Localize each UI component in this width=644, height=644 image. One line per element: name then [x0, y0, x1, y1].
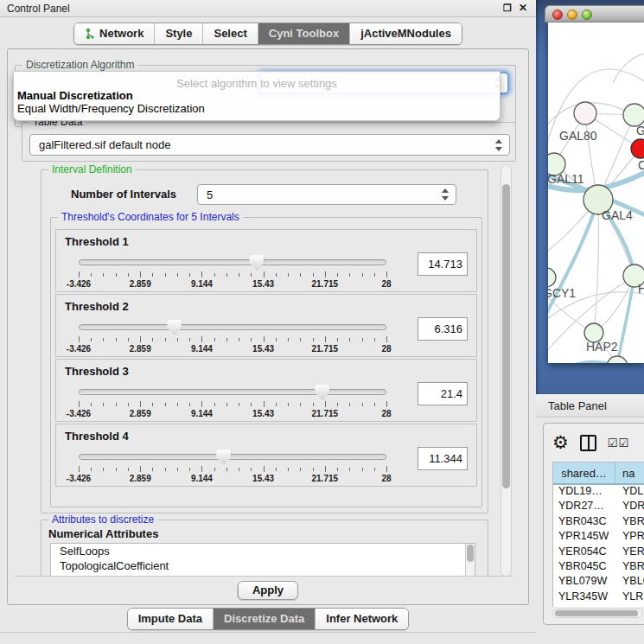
node-bottom[interactable]: [607, 356, 628, 363]
table-panel-header: Table Panel: [536, 394, 644, 418]
attributes-group: Attributes to discretize Numerical Attri…: [41, 520, 488, 577]
list-item[interactable]: BetweennessCentrality: [51, 573, 475, 577]
table-row[interactable]: YIL052CYIL0: [553, 605, 644, 607]
apply-button[interactable]: Apply: [238, 581, 298, 600]
table-panel-toolbar: ⚙ ☑☑: [552, 429, 629, 456]
tab-cyni-toolbox[interactable]: Cyni Toolbox: [258, 23, 349, 44]
threshold-3-block: Threshold 3 -3.4262.8599.14415.4321.7152…: [55, 359, 477, 422]
control-panel: Control Panel ❐ ✕ Network Style Select C…: [0, 0, 536, 644]
number-of-intervals-value: 5: [207, 188, 213, 201]
table-data-group: Table Data galFiltered.sif default node: [22, 122, 516, 162]
cyni-toolbox-panel: Discretization Algorithm Select algorith…: [7, 48, 529, 605]
tab-style[interactable]: Style: [154, 23, 202, 44]
node-table[interactable]: shared… na YDL19…YDL1 YDR27…YDR2 YBR043C…: [552, 462, 644, 607]
column-header-name[interactable]: na: [615, 462, 644, 483]
table-row[interactable]: YPR145WYPR1: [553, 530, 644, 545]
gear-icon[interactable]: ⚙: [552, 434, 569, 451]
combo-arrows-icon: [441, 188, 449, 201]
svg-text:GAL4: GAL4: [602, 208, 633, 222]
table-row[interactable]: YER054CYER0: [553, 545, 644, 560]
numerical-attributes-list[interactable]: SelfLoops TopologicalCoefficient Between…: [50, 543, 475, 577]
table-row[interactable]: YBR043CYBR0: [553, 515, 644, 530]
threshold-4-block: Threshold 4 -3.4262.8599.14415.4321.7152…: [55, 424, 477, 487]
attributes-group-title: Attributes to discretize: [48, 513, 157, 526]
thresholds-group: Threshold's Coordinates for 5 Intervals …: [50, 217, 482, 507]
network-view[interactable]: GAL80 GA C GAL11 GAL4 GCY1 H HAP2: [548, 22, 644, 363]
float-window-icon[interactable]: ❐: [503, 3, 512, 14]
svg-text:GAL80: GAL80: [559, 129, 597, 143]
close-icon[interactable]: ✕: [519, 3, 527, 14]
threshold-4-value[interactable]: 11.344: [418, 447, 468, 470]
threshold-2-slider[interactable]: -3.4262.8599.14415.4321.71528: [79, 319, 386, 355]
tab-jactivemnodules[interactable]: jActiveMNodules: [349, 23, 462, 44]
number-of-intervals-combobox[interactable]: 5: [197, 184, 456, 205]
tab-network[interactable]: Network: [74, 23, 154, 44]
table-horizontal-scrollbar[interactable]: [552, 609, 643, 618]
slider-thumb[interactable]: [167, 320, 182, 335]
table-row[interactable]: YBL079WYBL0: [553, 575, 644, 590]
threshold-1-label: Threshold 1: [65, 235, 129, 248]
bottom-tab-bar: Impute Data Discretize Data Infer Networ…: [0, 608, 536, 630]
algorithm-option-manual[interactable]: Manual Discretization: [17, 89, 133, 102]
thresholds-group-title: Threshold's Coordinates for 5 Intervals: [58, 211, 243, 223]
table-data-combobox[interactable]: galFiltered.sif default node: [29, 134, 510, 156]
slider-thumb[interactable]: [249, 255, 264, 271]
threshold-2-value[interactable]: 6.316: [418, 317, 468, 341]
node-red[interactable]: [631, 139, 644, 158]
slider-thumb[interactable]: [315, 385, 329, 400]
minimize-traffic-light[interactable]: [567, 10, 577, 20]
number-of-intervals-label: Number of Intervals: [71, 188, 176, 201]
table-panel-title: Table Panel: [548, 399, 607, 412]
tab-select[interactable]: Select: [202, 23, 257, 44]
checkbox-icons[interactable]: ☑☑: [608, 437, 629, 450]
threshold-4-label: Threshold 4: [65, 430, 129, 443]
threshold-1-slider[interactable]: -3.4262.8599.14415.4321.71528: [79, 254, 386, 290]
svg-text:C: C: [638, 158, 644, 172]
table-row[interactable]: YBR045CYBR0: [553, 560, 644, 575]
svg-text:GAL11: GAL11: [548, 172, 584, 186]
threshold-2-label: Threshold 2: [65, 300, 129, 313]
table-row[interactable]: YLR345WYLR3: [553, 590, 644, 605]
zoom-traffic-light[interactable]: [582, 10, 592, 20]
node-gcy1[interactable]: [548, 268, 556, 287]
scrollbar-thumb[interactable]: [502, 184, 510, 488]
algorithm-dropdown-popup: Select algorithm to view settings Manual…: [13, 71, 501, 121]
tab-infer-network[interactable]: Infer Network: [315, 609, 408, 629]
interval-definition-title: Interval Definition: [48, 163, 136, 175]
bottom-divider: [0, 632, 536, 633]
network-window-titlebar[interactable]: [545, 5, 644, 22]
settings-vertical-scrollbar[interactable]: [501, 164, 512, 577]
scrollbar-thumb[interactable]: [555, 610, 638, 616]
threshold-3-label: Threshold 3: [65, 365, 129, 378]
node-gal80[interactable]: [574, 102, 596, 124]
table-row[interactable]: YDR27…YDR2: [553, 500, 644, 514]
threshold-1-value[interactable]: 14.713: [418, 252, 468, 276]
threshold-3-slider[interactable]: -3.4262.8599.14415.4321.71528: [79, 384, 386, 420]
threshold-4-slider[interactable]: -3.4262.8599.14415.4321.71528: [79, 449, 386, 485]
svg-text:HAP2: HAP2: [586, 340, 618, 354]
tab-impute-data[interactable]: Impute Data: [128, 609, 213, 629]
combo-arrows-icon: [494, 139, 502, 151]
tab-discretize-data[interactable]: Discretize Data: [213, 609, 315, 629]
table-row[interactable]: YDL19…YDL1: [553, 485, 644, 500]
network-icon: [85, 28, 95, 40]
algorithm-option-equal-width[interactable]: Equal Width/Frequency Discretization: [17, 102, 205, 115]
columns-icon[interactable]: [580, 435, 596, 451]
interval-definition-group: Interval Definition Number of Intervals …: [41, 169, 488, 513]
algorithm-popup-prompt: Select algorithm to view settings: [14, 77, 500, 90]
table-data-value: galFiltered.sif default node: [39, 138, 170, 151]
close-traffic-light[interactable]: [552, 10, 563, 20]
discretization-algorithm-title: Discretization Algorithm: [22, 59, 137, 71]
svg-text:GCY1: GCY1: [548, 286, 576, 300]
threshold-3-value[interactable]: 21.4: [418, 382, 468, 405]
column-header-shared[interactable]: shared…: [553, 462, 615, 483]
threshold-1-block: Threshold 1 -3.4262.8599.14415.4321.7152…: [55, 229, 477, 292]
table-panel: ⚙ ☑☑ shared… na YDL19…YDL1 YDR27…YDR2 YB…: [543, 423, 644, 625]
settings-scroll-area: Interval Definition Number of Intervals …: [15, 163, 513, 577]
list-item[interactable]: SelfLoops: [51, 544, 475, 558]
slider-thumb[interactable]: [216, 450, 231, 465]
table-header-row: shared… na: [553, 462, 644, 485]
network-graph: GAL80 GA C GAL11 GAL4 GCY1 H HAP2: [548, 22, 644, 363]
list-item[interactable]: TopologicalCoefficient: [51, 558, 475, 573]
list-scrollbar[interactable]: [465, 544, 475, 577]
